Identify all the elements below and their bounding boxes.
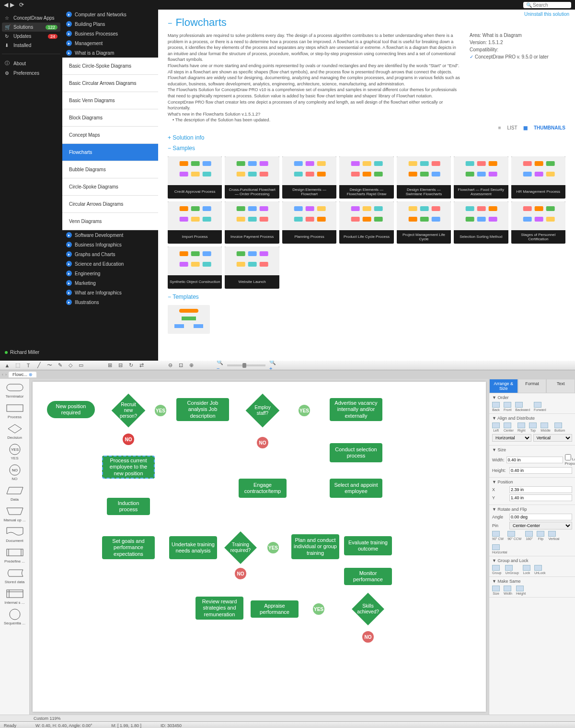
prop-vertical[interactable]: Vertical <box>548 531 559 540</box>
fc-monitor-performance[interactable]: Monitor performance <box>344 568 392 585</box>
tab-format[interactable]: Format <box>518 379 547 393</box>
category-item[interactable]: ▸Science and Education <box>62 259 158 269</box>
canvas[interactable]: New position required Recruit new person… <box>33 382 486 712</box>
pin-select[interactable]: Center-Center <box>509 522 572 529</box>
fc-yes-training[interactable]: YES <box>267 542 279 553</box>
uninstall-link[interactable]: Uninstall this solution <box>524 12 569 17</box>
prop-height[interactable]: Height <box>516 586 526 595</box>
fc-job-analysis[interactable]: Consider Job analysis Job description <box>176 398 229 421</box>
prop--[interactable]: 180° <box>525 531 533 540</box>
shape-internal-s-[interactable]: Internal s ... <box>2 588 27 605</box>
category-item[interactable]: ▸Software Development <box>62 230 158 240</box>
fc-select-appoint[interactable]: Select and appoint employee <box>330 479 382 498</box>
fc-recruit-new[interactable]: Recruit new person? <box>112 394 146 428</box>
fc-skills-achieved[interactable]: Skills achieved? <box>352 593 384 625</box>
sample-thumb[interactable]: Design Elements — Flowcharts Rapid Draw <box>339 156 393 199</box>
zoom-slider[interactable] <box>227 364 265 366</box>
category-item[interactable]: ▸Business Processes <box>62 29 158 38</box>
ungroup-icon[interactable]: ⊟ <box>117 362 124 369</box>
nav-forward-icon[interactable]: ▶ <box>10 1 14 8</box>
prop-flip[interactable]: Flip <box>537 531 544 540</box>
pen-icon[interactable]: ✎ <box>57 362 63 369</box>
rotate-icon[interactable]: ↻ <box>127 362 134 369</box>
sample-thumb[interactable]: Website Launch <box>225 247 279 289</box>
tab-next-icon[interactable]: › <box>5 372 7 377</box>
fc-review-reward[interactable]: Review reward strategies and remuneratio… <box>196 597 243 620</box>
nav-updates[interactable]: ↻Updates24 <box>2 32 60 41</box>
eraser-icon[interactable]: ◇ <box>67 362 74 369</box>
flip-icon[interactable]: ⇄ <box>138 362 145 369</box>
fc-no-training[interactable]: NO <box>235 568 246 579</box>
subcategory-item[interactable]: Basic Circle-Spoke Diagrams <box>62 58 158 75</box>
fc-advertise[interactable]: Advertise vacancy internally and/or exte… <box>330 398 382 421</box>
shape-stored-data[interactable]: Stored data <box>2 567 27 584</box>
collapse-icon[interactable]: − <box>168 19 172 27</box>
subcategory-item[interactable]: Concept Maps <box>62 127 158 144</box>
nav-solutions[interactable]: 🛒Solutions122 <box>2 23 60 32</box>
templates-toggle[interactable]: − Templates <box>158 292 575 302</box>
subcategory-item[interactable]: Basic Venn Diagrams <box>62 92 158 109</box>
fc-evaluate-outcome[interactable]: Evaluate training outcome <box>344 536 392 555</box>
template-thumb[interactable] <box>168 305 210 334</box>
prop-lock[interactable]: Lock <box>523 565 530 575</box>
fc-appraise[interactable]: Appraise performance <box>251 600 299 618</box>
sample-thumb[interactable]: Selection Sorting Method <box>454 201 508 244</box>
sample-thumb[interactable]: Flowchart — Food Security Assessment <box>454 156 508 199</box>
fc-yes-1[interactable]: YES <box>155 405 166 416</box>
fc-set-goals[interactable]: Set goals and performance expectations <box>102 536 155 559</box>
sample-thumb[interactable]: Stages of Personnel Certification <box>511 201 565 244</box>
horiz-select[interactable]: Horizontal <box>492 434 531 442</box>
nav-conceptdraw-apps[interactable]: ☆ConceptDraw Apps <box>2 13 60 23</box>
line-icon[interactable]: ╱ <box>35 362 42 369</box>
fc-yes-2[interactable]: YES <box>299 405 310 416</box>
category-item[interactable]: ▸Computer and Networks <box>62 10 158 19</box>
prop--cw[interactable]: 90° CW <box>492 531 504 540</box>
sample-thumb[interactable]: Planning Process <box>282 201 336 244</box>
shape-predefine-[interactable]: Predefine ... <box>2 547 27 564</box>
prop-right[interactable]: Right <box>518 423 525 432</box>
subcategory-item[interactable]: Circle-Spoke Diagrams <box>62 178 158 196</box>
tab-arrange[interactable]: Arrange & Size <box>489 379 518 393</box>
text-icon[interactable]: T <box>25 362 32 369</box>
zoom-out-icon[interactable]: ⊖ <box>167 362 173 369</box>
fc-yes-skills[interactable]: YES <box>313 603 324 615</box>
fc-training-required[interactable]: Training required? <box>224 531 257 564</box>
shape-no[interactable]: NONO <box>2 464 27 481</box>
category-item[interactable]: ▸Business Infographics <box>62 240 158 249</box>
prop-width[interactable]: Width <box>504 586 512 595</box>
zoom-in-icon[interactable]: ⊕ <box>188 362 195 369</box>
subcategory-item[interactable]: Block Diagrams <box>62 109 158 127</box>
angle-input[interactable] <box>509 514 572 520</box>
y-input[interactable] <box>509 494 572 501</box>
vert-select[interactable]: Vertical <box>533 434 573 442</box>
fc-employ-staff[interactable]: Employ staff? <box>246 394 280 428</box>
select-icon[interactable]: ⬚ <box>14 362 21 369</box>
prop-group[interactable]: Group <box>492 565 501 575</box>
sample-thumb[interactable]: Synthetic Object Construction <box>168 247 222 289</box>
category-item[interactable]: ▸What is a Diagram <box>62 48 158 58</box>
prop-backward[interactable]: Backward <box>515 402 530 411</box>
category-item[interactable]: ▸Building Plans <box>62 19 158 29</box>
sample-thumb[interactable]: Invoice Payment Process <box>225 201 279 244</box>
shape-document[interactable]: Document <box>2 526 27 543</box>
prop-middle[interactable]: Middle <box>540 423 551 432</box>
fc-conduct-training[interactable]: Plan and conduct individual or group tra… <box>291 534 339 559</box>
shape-yes[interactable]: YESYES <box>2 444 27 460</box>
nav-refresh-icon[interactable]: ⟳ <box>19 1 24 8</box>
lock-prop-checkbox[interactable] <box>565 454 571 460</box>
search-box[interactable]: 🔍 <box>523 2 571 8</box>
fc-conduct-selection[interactable]: Conduct selection process <box>330 443 382 462</box>
sample-thumb[interactable]: Credit Approval Process <box>168 156 222 199</box>
tab-close-icon[interactable]: ⊗ <box>29 372 33 377</box>
nav-back-icon[interactable]: ◀ <box>4 1 8 8</box>
nav-about[interactable]: ⓘAbout <box>2 58 60 69</box>
sample-thumb[interactable]: Product Life Cycle Process <box>339 201 393 244</box>
subcategory-item[interactable]: Bubble Diagrams <box>62 161 158 178</box>
width-input[interactable] <box>506 457 563 463</box>
prop-horizontal[interactable]: Horizontal <box>492 544 507 554</box>
prop-center[interactable]: Center <box>504 423 514 432</box>
fc-no-recruit[interactable]: NO <box>123 434 134 445</box>
thumb-view-button[interactable]: ▦ THUMBNAILS <box>523 125 565 130</box>
fc-training-needs[interactable]: Undertake training needs analysis <box>169 536 217 559</box>
zoom-fit-icon[interactable]: ⊡ <box>177 362 184 369</box>
